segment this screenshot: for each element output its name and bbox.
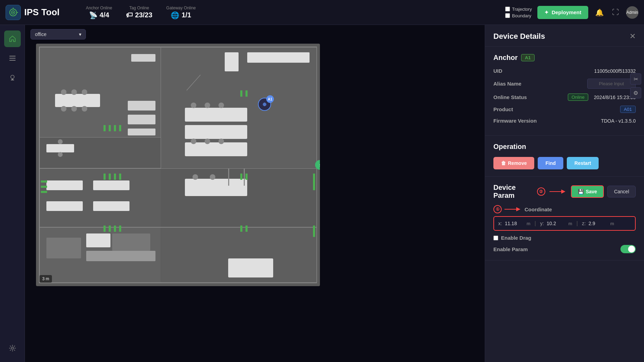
svg-point-58 <box>210 174 215 180</box>
notification-button[interactable]: 🔔 <box>594 7 605 18</box>
svg-rect-76 <box>240 226 242 232</box>
svg-rect-69 <box>109 226 111 232</box>
y-label: y: <box>540 221 544 226</box>
logo-icon <box>6 5 21 20</box>
svg-point-35 <box>58 139 63 144</box>
boundary-checkbox[interactable]: Boundary <box>505 13 532 18</box>
svg-rect-60 <box>104 125 106 131</box>
gateway-value: 1/1 <box>181 11 191 19</box>
enable-drag-checkbox[interactable] <box>493 236 498 240</box>
svg-rect-24 <box>128 101 155 111</box>
svg-rect-70 <box>114 226 116 232</box>
arrow-to-save <box>549 188 567 195</box>
svg-rect-56 <box>185 179 247 196</box>
svg-rect-42 <box>86 233 110 247</box>
svg-rect-62 <box>114 125 116 131</box>
map-canvas[interactable]: ⊕ A1 3 m <box>36 44 320 286</box>
trajectory-check[interactable] <box>505 7 510 11</box>
svg-rect-5 <box>9 56 16 56</box>
deploy-icon: ✦ <box>544 9 549 16</box>
sidebar-item-settings[interactable] <box>4 340 21 356</box>
find-button[interactable]: Find <box>538 157 563 169</box>
firmware-value: TDOA - v1.3.5.0 <box>601 118 636 124</box>
svg-rect-67 <box>119 174 121 180</box>
collapse-icon: › <box>319 162 320 168</box>
enable-param-row: Enable Param <box>493 245 636 253</box>
uid-label: UID <box>493 68 502 74</box>
svg-rect-7 <box>9 60 16 61</box>
svg-text:⊕: ⊕ <box>262 101 267 107</box>
enable-drag-row: Enable Drag <box>493 235 636 241</box>
x-unit: m <box>527 221 530 226</box>
device-param-section: Device Param ② <box>485 177 644 261</box>
panel-tools: ✂ ⚙ <box>630 73 641 98</box>
cancel-button[interactable]: Cancel <box>607 186 636 197</box>
svg-rect-37 <box>46 180 83 190</box>
y-input[interactable] <box>547 221 566 226</box>
param-actions: 💾 Save Cancel <box>571 185 636 198</box>
scale-bar: 3 m <box>39 275 52 283</box>
panel-title: Device Details <box>493 32 545 41</box>
svg-rect-66 <box>114 174 116 180</box>
product-value: A01 <box>620 106 636 113</box>
svg-rect-43 <box>86 251 155 261</box>
restart-button[interactable]: Restart <box>567 157 599 169</box>
floorplan-svg: ⊕ A1 <box>36 44 320 286</box>
svg-rect-48 <box>185 125 247 139</box>
content-area: office ▾ <box>25 25 485 362</box>
main-layout: office ▾ <box>0 25 644 362</box>
enable-param-toggle[interactable] <box>620 245 636 253</box>
svg-rect-82 <box>313 231 315 237</box>
scissors-tool[interactable]: ✂ <box>630 73 641 85</box>
boundary-check[interactable] <box>505 13 510 18</box>
close-panel-button[interactable]: ✕ <box>629 32 636 41</box>
tag-icon: 🏷 <box>126 11 133 19</box>
svg-point-54 <box>205 139 210 144</box>
svg-rect-92 <box>244 168 245 186</box>
dropdown-icon: ▾ <box>79 32 81 37</box>
x-input[interactable] <box>505 221 524 226</box>
floor-select[interactable]: office ▾ <box>30 29 86 39</box>
firmware-label: Firmware Version <box>493 118 537 124</box>
svg-rect-83 <box>41 180 47 183</box>
gateway-icon: 🌐 <box>171 11 179 19</box>
deploy-button[interactable]: ✦ Deployment <box>537 6 588 19</box>
trajectory-checkbox[interactable]: Trajectory <box>505 7 532 12</box>
alias-label: Alias Name <box>493 81 521 87</box>
svg-rect-91 <box>228 168 229 186</box>
expand-button[interactable]: ⛶ <box>611 7 620 18</box>
svg-rect-68 <box>104 226 106 232</box>
svg-rect-27 <box>55 94 100 107</box>
save-button[interactable]: 💾 Save <box>571 185 604 198</box>
save-icon: 💾 <box>578 189 584 194</box>
settings-tool[interactable]: ⚙ <box>630 87 641 98</box>
svg-rect-26 <box>128 129 155 135</box>
svg-point-36 <box>58 152 63 157</box>
enable-drag-label: Enable Drag <box>501 235 531 241</box>
svg-rect-41 <box>46 238 81 258</box>
firmware-row: Firmware Version TDOA - v1.3.5.0 <box>493 118 636 124</box>
anchor-icon: 📡 <box>89 11 98 19</box>
sidebar-item-map[interactable] <box>4 69 21 86</box>
svg-rect-71 <box>119 226 121 232</box>
logo-area: IPS Tool <box>6 5 75 20</box>
svg-point-29 <box>71 89 77 95</box>
svg-point-8 <box>11 75 14 79</box>
remove-button[interactable]: 🗑 Remove <box>493 157 534 169</box>
z-input[interactable] <box>589 221 608 226</box>
map-container: ⊕ A1 3 m <box>30 44 479 286</box>
svg-point-51 <box>205 103 210 108</box>
sidebar-item-home[interactable] <box>4 30 21 47</box>
operation-title: Operation <box>493 143 636 151</box>
annotation-2: ② <box>537 187 545 196</box>
topbar: IPS Tool Anchor Online 📡 4/4 Tag Online … <box>0 0 644 25</box>
operation-buttons: 🗑 Remove Find Restart <box>493 157 636 169</box>
avatar[interactable]: Admin <box>626 6 638 19</box>
svg-rect-25 <box>128 115 155 124</box>
param-title: Device Param <box>493 184 537 200</box>
alias-input[interactable]: Please Input <box>587 79 636 89</box>
x-label: x: <box>498 221 502 226</box>
svg-rect-45 <box>225 52 239 71</box>
svg-point-52 <box>218 103 224 108</box>
sidebar-item-devices[interactable] <box>4 50 21 67</box>
